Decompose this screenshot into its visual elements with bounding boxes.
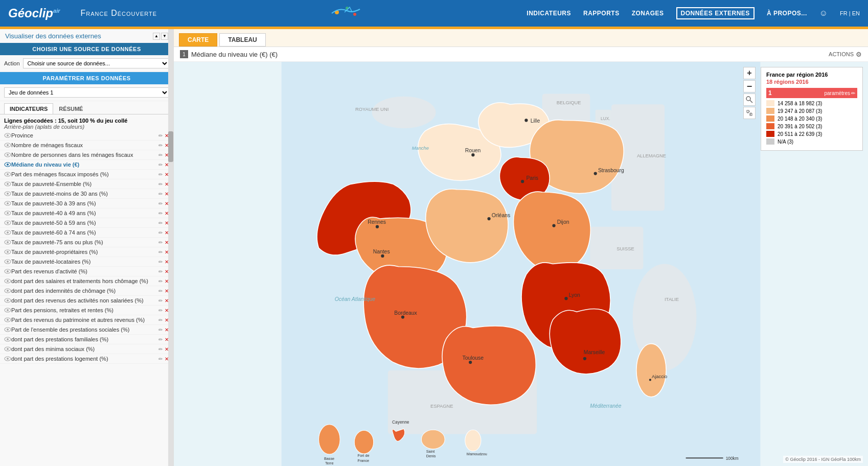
svg-text:ROYAUME UNI: ROYAUME UNI bbox=[355, 107, 389, 112]
indicator-edit-button[interactable]: ✏ bbox=[158, 317, 163, 323]
svg-text:Manche: Manche bbox=[412, 146, 429, 151]
legend-range-label: 19 247 à 20 087 (3) bbox=[778, 108, 822, 114]
eye-icon bbox=[4, 143, 11, 148]
zoom-fullscreen-button[interactable] bbox=[743, 107, 756, 119]
svg-point-12 bbox=[7, 173, 9, 175]
indicator-label: Taux de pauvreté-75 ans ou plus (%) bbox=[11, 239, 158, 245]
indicator-edit-button[interactable]: ✏ bbox=[158, 288, 163, 294]
indicator-edit-button[interactable]: ✏ bbox=[158, 181, 163, 187]
svg-point-82 bbox=[583, 357, 586, 360]
svg-point-72 bbox=[487, 217, 490, 220]
map-title-bar: 1 Médiane du niveau vie (€) (€) ACTIONS … bbox=[174, 47, 868, 62]
indicator-edit-button[interactable]: ✏ bbox=[158, 346, 163, 352]
indicator-edit-button[interactable]: ✏ bbox=[158, 201, 163, 206]
indicator-edit-button[interactable]: ✏ bbox=[158, 152, 163, 158]
indicator-actions: ✏ ✕ bbox=[158, 172, 169, 177]
svg-point-62 bbox=[471, 153, 474, 156]
indicator-edit-button[interactable]: ✏ bbox=[158, 191, 163, 197]
nav-a-propos[interactable]: À PROPOS... bbox=[767, 10, 807, 17]
indicator-item: dont part des salaires et traitements ho… bbox=[0, 276, 173, 286]
svg-text:Denis: Denis bbox=[426, 454, 436, 458]
sidebar-scroll-up[interactable]: ▲ bbox=[153, 33, 160, 40]
indicator-item: Taux de pauvreté-30 à 39 ans (%) ✏ ✕ bbox=[0, 199, 173, 208]
eye-icon bbox=[4, 346, 11, 352]
indicator-edit-button[interactable]: ✏ bbox=[158, 259, 163, 265]
header: Géoclipair France Découverte INDICATEURS… bbox=[0, 0, 868, 27]
tab-carte[interactable]: CARTE bbox=[179, 33, 217, 46]
indicator-edit-button[interactable]: ✏ bbox=[158, 298, 163, 304]
indicator-edit-button[interactable]: ✏ bbox=[158, 356, 163, 362]
tab-resume[interactable]: RÉSUMÉ bbox=[53, 103, 88, 114]
svg-text:Terre: Terre bbox=[325, 461, 334, 465]
svg-point-40 bbox=[7, 309, 9, 311]
indicator-edit-button[interactable]: ✏ bbox=[158, 269, 163, 274]
indicator-edit-button[interactable]: ✏ bbox=[158, 133, 163, 138]
svg-point-16 bbox=[7, 193, 9, 195]
indicator-label: dont part des prestations familiales (%) bbox=[11, 336, 158, 342]
action-select[interactable]: Choisir une source de données... bbox=[23, 58, 169, 68]
indicator-edit-button[interactable]: ✏ bbox=[158, 162, 163, 168]
legend-bar-row: 1 paramètres ✏ bbox=[766, 88, 857, 98]
header-decoration bbox=[157, 3, 527, 24]
legend-active-bar: 1 paramètres ✏ bbox=[766, 88, 857, 98]
indicator-edit-button[interactable]: ✏ bbox=[158, 308, 163, 313]
indicator-edit-button[interactable]: ✏ bbox=[158, 143, 163, 148]
indicator-actions: ✏ ✕ bbox=[158, 259, 169, 265]
sidebar-scroll-down[interactable]: ▼ bbox=[161, 33, 168, 40]
actions-button[interactable]: ACTIONS ⚙ bbox=[829, 51, 862, 58]
indicator-label: Taux de pauvreté-60 à 74 ans (%) bbox=[11, 229, 158, 236]
zoom-out-button[interactable]: − bbox=[743, 80, 756, 92]
nav-donnees-externes[interactable]: DONNÉES EXTERNES bbox=[676, 7, 755, 19]
header-nav: INDICATEURS RAPPORTS ZONAGES DONNÉES EXT… bbox=[527, 7, 860, 19]
indicator-actions: ✏ ✕ bbox=[158, 317, 169, 323]
legend-params-button[interactable]: paramètres ✏ bbox=[824, 90, 855, 96]
svg-point-52 bbox=[372, 97, 436, 128]
nav-rapports[interactable]: RAPPORTS bbox=[583, 10, 620, 17]
nav-indicateurs[interactable]: INDICATEURS bbox=[527, 10, 571, 17]
svg-point-38 bbox=[7, 299, 9, 301]
zoom-in-button[interactable]: + bbox=[743, 67, 756, 79]
zoom-search-button[interactable] bbox=[743, 94, 756, 106]
indicator-edit-button[interactable]: ✏ bbox=[158, 249, 163, 255]
indicator-label: dont part des salaires et traitements ho… bbox=[11, 278, 158, 284]
sidebar-scrollbar[interactable] bbox=[168, 29, 173, 466]
indicator-label: Taux de pauvreté-30 à 39 ans (%) bbox=[11, 200, 158, 206]
nav-zonages[interactable]: ZONAGES bbox=[632, 10, 664, 17]
indicator-edit-button[interactable]: ✏ bbox=[158, 172, 163, 177]
svg-point-46 bbox=[7, 338, 9, 340]
user-icon[interactable]: ☺ bbox=[819, 9, 828, 18]
indicator-edit-button[interactable]: ✏ bbox=[158, 327, 163, 333]
indicator-label: dont part des revenus des activités non … bbox=[11, 297, 158, 304]
indicator-edit-button[interactable]: ✏ bbox=[158, 230, 163, 236]
indicator-edit-button[interactable]: ✏ bbox=[158, 240, 163, 245]
indicator-label: Nombre de ménages fiscaux bbox=[11, 142, 158, 148]
svg-text:LUX.: LUX. bbox=[601, 116, 610, 121]
indicator-edit-button[interactable]: ✏ bbox=[158, 337, 163, 342]
indicator-item: Nombre de ménages fiscaux ✏ ✕ bbox=[0, 141, 173, 150]
svg-point-106 bbox=[465, 430, 481, 451]
map-copyright: © Géoclip 2016 - IGN GéoFla 100km bbox=[783, 456, 863, 463]
legend-color-swatch bbox=[766, 100, 774, 106]
svg-point-84 bbox=[649, 379, 651, 381]
indicator-edit-button[interactable]: ✏ bbox=[158, 211, 163, 216]
svg-point-18 bbox=[7, 202, 9, 204]
indicator-tabs: INDICATEURS RÉSUMÉ bbox=[0, 101, 173, 114]
indicator-edit-button[interactable]: ✏ bbox=[158, 278, 163, 284]
svg-text:Méditerranée: Méditerranée bbox=[590, 403, 621, 409]
svg-point-4 bbox=[7, 134, 9, 136]
svg-point-2 bbox=[353, 13, 356, 16]
legend-item: 20 391 à 20 502 (3) bbox=[766, 123, 857, 129]
legend-item: 19 247 à 20 087 (3) bbox=[766, 108, 857, 114]
indicator-item: Taux de pauvreté-moins de 30 ans (%) ✏ ✕ bbox=[0, 189, 173, 199]
lang-switcher[interactable]: FR | EN bbox=[840, 10, 860, 16]
tab-indicateurs[interactable]: INDICATEURS bbox=[4, 103, 53, 114]
indicator-actions: ✏ ✕ bbox=[158, 240, 169, 245]
svg-text:Cayenne: Cayenne bbox=[392, 420, 409, 425]
svg-point-68 bbox=[376, 225, 379, 228]
jeu-select[interactable]: Jeu de données 1 bbox=[4, 87, 169, 98]
indicator-edit-button[interactable]: ✏ bbox=[158, 220, 163, 226]
svg-point-48 bbox=[7, 348, 9, 350]
tab-tableau[interactable]: TABLEAU bbox=[219, 33, 265, 46]
indicator-actions: ✏ ✕ bbox=[158, 220, 169, 226]
logo-area: Géoclipair bbox=[8, 6, 60, 20]
